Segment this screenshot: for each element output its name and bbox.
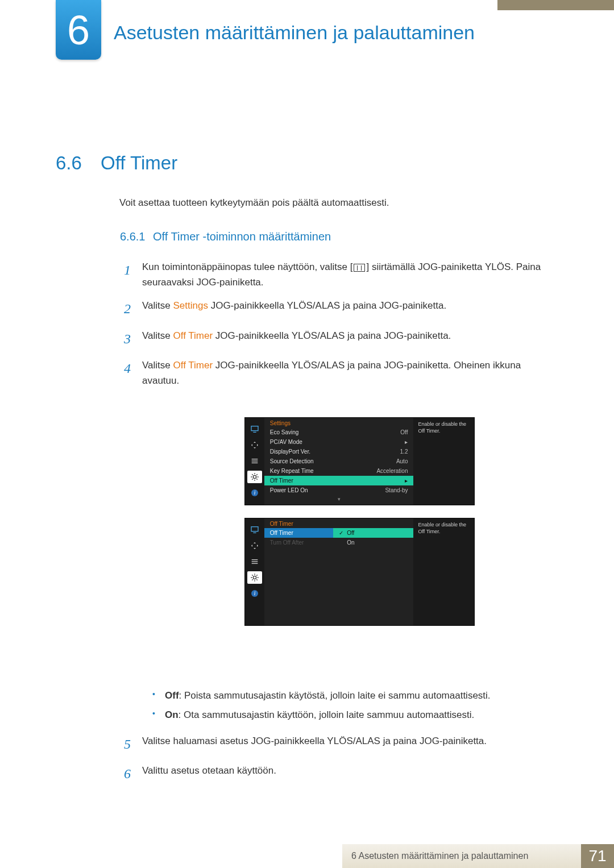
osd-title: Settings: [264, 418, 414, 427]
arrows-icon: [247, 439, 262, 451]
svg-point-13: [253, 576, 256, 579]
osd-row: Key Repeat TimeAcceleration: [264, 466, 414, 476]
svg-rect-11: [252, 561, 258, 562]
svg-rect-4: [252, 463, 258, 463]
step-text: Kun toimintonäppäinopas tulee näyttöön, …: [142, 259, 545, 290]
bullet-list: • Off: Poista sammutusajastin käytöstä, …: [152, 686, 491, 725]
osd-sidebar: i: [245, 418, 264, 505]
step-text: Valitse Off Timer JOG-painikkeella YLÖS/…: [142, 328, 545, 343]
step-number: 5: [124, 733, 142, 755]
svg-rect-2: [252, 459, 258, 459]
osd-offtimer-menu: i Off Timer Off Timer Turn Off After ✓Of…: [244, 518, 475, 626]
down-arrow-icon: ▾: [264, 495, 414, 505]
section-heading: 6.6 Off Timer: [56, 152, 177, 174]
gear-icon: [247, 471, 262, 483]
svg-rect-12: [252, 563, 258, 564]
step-4: 4 Valitse Off Timer JOG-painikkeella YLÖ…: [124, 358, 545, 388]
osd-row: Power LED OnStand-by: [264, 485, 414, 495]
page-number: 71: [581, 844, 614, 868]
osd-description: Enable or disable the Off Timer.: [413, 418, 474, 505]
step-2: 2 Valitse Settings JOG-painikkeella YLÖS…: [124, 298, 545, 319]
osd-main-panel: Settings Eco SavingOff PC/AV Mode▸ Displ…: [264, 418, 414, 505]
check-icon: ✓: [339, 530, 343, 536]
monitor-icon: [247, 524, 262, 536]
osd-settings-menu: i Settings Eco SavingOff PC/AV Mode▸ Dis…: [244, 417, 475, 505]
arrows-icon: [247, 539, 262, 552]
step-text: Valitse Off Timer JOG-painikkeella YLÖS/…: [142, 358, 545, 388]
step-text: Valittu asetus otetaan käyttöön.: [142, 763, 545, 778]
step-5: 5 Valitse haluamasi asetus JOG-painikkee…: [124, 733, 545, 755]
subsection-number: 6.6.1: [120, 230, 145, 243]
menu-icon: [354, 264, 365, 272]
svg-rect-10: [252, 559, 258, 560]
osd-row-highlighted: Off Timer▸: [264, 476, 414, 485]
osd-options-panel: ✓Off ✓On: [333, 518, 413, 625]
svg-text:i: i: [254, 591, 256, 596]
footer-chapter-label: 6 Asetusten määrittäminen ja palauttamin…: [342, 844, 581, 868]
osd-row-selected: Off Timer: [264, 528, 333, 538]
svg-rect-0: [251, 426, 258, 431]
step-number: 3: [124, 328, 142, 350]
bullet-icon: •: [152, 705, 165, 725]
osd-row: Source DetectionAuto: [264, 456, 414, 466]
svg-rect-3: [252, 460, 258, 461]
osd-description: Enable or disable the Off Timer.: [413, 518, 474, 625]
section-intro: Voit asettaa tuotteen kytkeytymään pois …: [119, 197, 389, 209]
subsection-heading: 6.6.1 Off Timer -toiminnon määrittäminen: [120, 230, 331, 243]
info-icon: i: [247, 487, 262, 499]
monitor-icon: [247, 423, 262, 435]
section-number: 6.6: [56, 152, 82, 173]
steps-list-2: 5 Valitse haluamasi asetus JOG-painikkee…: [124, 733, 545, 793]
step-number: 2: [124, 298, 142, 319]
svg-point-5: [253, 475, 256, 478]
subsection-title: Off Timer -toiminnon määrittäminen: [153, 230, 331, 243]
chapter-tab: 6: [56, 0, 101, 60]
step-3: 3 Valitse Off Timer JOG-painikkeella YLÖ…: [124, 328, 545, 350]
step-1: 1 Kun toimintonäppäinopas tulee näyttöön…: [124, 259, 545, 290]
step-number: 4: [124, 358, 142, 379]
step-number: 1: [124, 259, 142, 281]
step-6: 6 Valittu asetus otetaan käyttöön.: [124, 763, 545, 784]
osd-row: PC/AV Mode▸: [264, 437, 414, 447]
step-text: Valitse Settings JOG-painikkeella YLÖS/A…: [142, 298, 545, 313]
svg-text:i: i: [254, 490, 256, 496]
svg-rect-8: [251, 527, 258, 531]
list-icon: [247, 455, 262, 467]
step-text: Valitse haluamasi asetus JOG-painikkeell…: [142, 733, 545, 749]
step-number: 6: [124, 763, 142, 784]
osd-row: DisplayPort Ver.1.2: [264, 447, 414, 456]
bullet-item: • Off: Poista sammutusajastin käytöstä, …: [152, 686, 491, 705]
osd-sidebar: i: [245, 518, 264, 625]
chapter-title: Asetusten määrittäminen ja palauttaminen: [114, 22, 475, 44]
osd-row-disabled: Turn Off After: [264, 538, 333, 547]
top-stripe: [497, 0, 614, 10]
info-icon: i: [247, 587, 262, 600]
list-icon: [247, 555, 262, 568]
osd-option-selected: ✓Off: [333, 528, 413, 538]
page-footer: 6 Asetusten määrittäminen ja palauttamin…: [0, 844, 614, 868]
section-title: Off Timer: [101, 152, 177, 173]
osd-row: Eco SavingOff: [264, 427, 414, 437]
steps-list: 1 Kun toimintonäppäinopas tulee näyttöön…: [124, 259, 545, 397]
gear-icon: [247, 571, 262, 584]
bullet-icon: •: [152, 686, 165, 705]
osd-title: Off Timer: [264, 518, 333, 528]
osd-option: ✓On: [333, 538, 413, 547]
chapter-number: 6: [67, 7, 90, 53]
osd-screenshots: i Settings Eco SavingOff PC/AV Mode▸ Dis…: [244, 417, 475, 626]
osd-left-panel: Off Timer Off Timer Turn Off After: [264, 518, 333, 625]
bullet-item: • On: Ota sammutusajastin käyttöön, joll…: [152, 705, 491, 725]
